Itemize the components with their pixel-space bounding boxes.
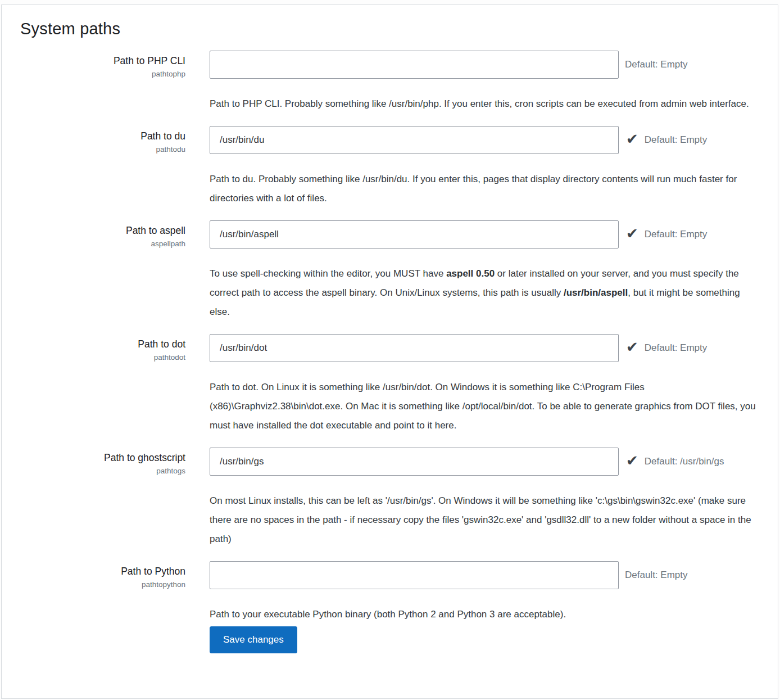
- setting-row-pathtopython: Path to Python pathtopython Default: Emp…: [20, 561, 762, 624]
- system-paths-panel: System paths Path to PHP CLI pathtophp D…: [1, 4, 778, 699]
- pathtopython-input[interactable]: [210, 561, 619, 589]
- setting-label: Path to dot: [20, 338, 185, 351]
- setting-row-aspellpath: Path to aspell aspellpath ✔ Default: Emp…: [20, 220, 762, 322]
- default-value-text: Default: Empty: [625, 59, 688, 70]
- setting-label-column: Path to du pathtodu: [20, 126, 185, 208]
- default-check-icon: ✔: [626, 226, 638, 241]
- default-check-icon: ✔: [626, 132, 638, 146]
- default-check-icon: ✔: [626, 340, 638, 354]
- setting-field-column: ✔ Default: Empty Path to dot. On Linux i…: [210, 334, 762, 435]
- setting-id: pathtogs: [20, 467, 185, 475]
- pathtodu-input[interactable]: [210, 126, 619, 154]
- setting-label: Path to aspell: [20, 224, 185, 237]
- setting-id: pathtopython: [20, 580, 185, 589]
- setting-field-column: Default: Empty Path to PHP CLI. Probably…: [210, 51, 762, 114]
- default-value-text: Default: Empty: [645, 134, 708, 146]
- setting-description: Path to your executable Python binary (b…: [210, 605, 762, 624]
- setting-description: Path to du. Probably something like /usr…: [210, 170, 762, 208]
- actions-field-column: Save changes: [210, 626, 762, 653]
- setting-id: aspellpath: [20, 240, 185, 248]
- setting-field-column: ✔ Default: /usr/bin/gs On most Linux ins…: [210, 448, 762, 549]
- setting-input-line: Default: Empty: [210, 51, 762, 79]
- setting-field-column: ✔ Default: Empty To use spell-checking w…: [210, 220, 762, 322]
- setting-id: pathtodot: [20, 353, 185, 362]
- default-check-icon: ✔: [626, 453, 638, 468]
- pathtophp-input[interactable]: [210, 51, 619, 79]
- pathtodot-input[interactable]: [210, 334, 619, 362]
- setting-label: Path to Python: [20, 565, 185, 578]
- setting-label-column: Path to Python pathtopython: [20, 561, 185, 624]
- setting-row-pathtodu: Path to du pathtodu ✔ Default: Empty Pat…: [20, 126, 762, 208]
- setting-label: Path to ghostscript: [20, 451, 185, 464]
- setting-label: Path to du: [20, 130, 185, 143]
- default-value-text: Default: Empty: [625, 570, 688, 581]
- setting-description: To use spell-checking within the editor,…: [210, 264, 762, 322]
- default-value-text: Default: Empty: [645, 342, 708, 354]
- setting-label-column: Path to dot pathtodot: [20, 334, 185, 435]
- aspellpath-input[interactable]: [210, 220, 619, 249]
- setting-row-pathtogs: Path to ghostscript pathtogs ✔ Default: …: [20, 448, 762, 549]
- setting-description: Path to PHP CLI. Probably something like…: [210, 94, 762, 114]
- default-value-text: Default: Empty: [645, 229, 708, 240]
- save-changes-button[interactable]: Save changes: [210, 626, 297, 653]
- setting-label-column: Path to ghostscript pathtogs: [20, 448, 185, 549]
- setting-input-line: ✔ Default: Empty: [210, 220, 762, 249]
- setting-description: Path to dot. On Linux it is something li…: [210, 378, 762, 435]
- setting-input-line: ✔ Default: Empty: [210, 126, 762, 154]
- setting-input-line: ✔ Default: Empty: [210, 334, 762, 362]
- settings-form: System paths Path to PHP CLI pathtophp D…: [2, 5, 778, 653]
- actions-label-spacer: [20, 639, 185, 653]
- setting-id: pathtodu: [20, 145, 185, 153]
- setting-label-column: Path to PHP CLI pathtophp: [20, 51, 185, 114]
- pathtogs-input[interactable]: [210, 448, 619, 476]
- default-value-text: Default: /usr/bin/gs: [645, 456, 724, 467]
- setting-id: pathtophp: [20, 70, 185, 78]
- setting-field-column: ✔ Default: Empty Path to du. Probably so…: [210, 126, 762, 208]
- setting-description: On most Linux installs, this can be left…: [210, 491, 762, 549]
- setting-label-column: Path to aspell aspellpath: [20, 220, 185, 322]
- page-title: System paths: [20, 20, 762, 38]
- setting-input-line: Default: Empty: [210, 561, 762, 589]
- setting-row-pathtodot: Path to dot pathtodot ✔ Default: Empty P…: [20, 334, 762, 435]
- form-actions-row: Save changes: [20, 639, 762, 653]
- setting-row-pathtophp: Path to PHP CLI pathtophp Default: Empty…: [20, 51, 762, 114]
- setting-label: Path to PHP CLI: [20, 55, 185, 67]
- setting-field-column: Default: Empty Path to your executable P…: [210, 561, 762, 624]
- setting-input-line: ✔ Default: /usr/bin/gs: [210, 448, 762, 476]
